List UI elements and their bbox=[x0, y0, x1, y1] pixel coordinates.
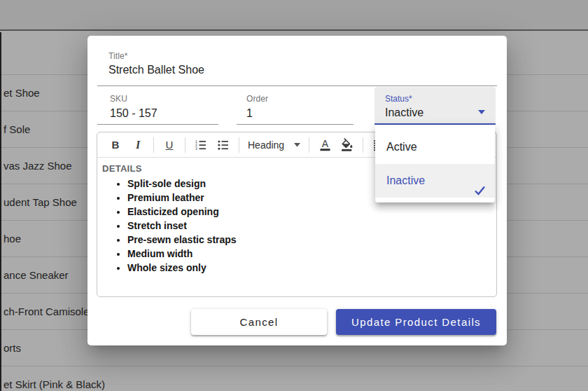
toolbar-divider bbox=[153, 137, 154, 153]
cancel-button[interactable]: Cancel bbox=[191, 309, 327, 335]
toolbar-divider bbox=[363, 137, 363, 153]
font-color-button[interactable]: A bbox=[316, 135, 334, 155]
heading-style-label: Heading bbox=[248, 139, 284, 151]
edit-product-dialog: Title* Stretch Ballet Shoe SKU 150 - 157… bbox=[88, 36, 507, 345]
status-option-label: Active bbox=[386, 141, 417, 153]
screen: et Shoe f Sole vas Jazz Shoe udent Tap S… bbox=[0, 0, 588, 391]
detail-bullet-item: Medium width bbox=[127, 247, 491, 261]
status-option-label: Inactive bbox=[386, 174, 425, 186]
order-input[interactable]: 1 bbox=[246, 107, 253, 120]
title-field-label: Title* bbox=[108, 51, 128, 61]
detail-bullet-item: Whole sizes only bbox=[127, 261, 491, 275]
status-field-label: Status* bbox=[385, 94, 412, 104]
ordered-list-icon: 1 2 3 bbox=[195, 139, 207, 151]
status-option[interactable]: Inactive bbox=[375, 164, 495, 198]
order-field-label: Order bbox=[246, 94, 268, 104]
toolbar-divider bbox=[185, 137, 186, 153]
ordered-list-button[interactable]: 1 2 3 bbox=[192, 135, 210, 155]
bullet-list-icon bbox=[217, 139, 230, 151]
detail-bullet-item: Elasticized opening bbox=[127, 205, 491, 219]
update-product-details-button[interactable]: Update Product Details bbox=[336, 309, 496, 335]
title-input[interactable]: Stretch Ballet Shoe bbox=[108, 64, 204, 76]
fill-color-icon bbox=[340, 138, 354, 151]
font-color-icon: A bbox=[318, 138, 332, 151]
fill-color-button[interactable] bbox=[338, 135, 356, 155]
heading-style-select[interactable]: Heading bbox=[244, 139, 304, 151]
status-selected-value: Inactive bbox=[385, 107, 424, 119]
status-option[interactable]: Active bbox=[375, 130, 495, 164]
check-icon bbox=[474, 175, 486, 209]
sku-field-label: SKU bbox=[110, 94, 127, 104]
bold-button[interactable]: B bbox=[106, 135, 125, 155]
svg-text:A: A bbox=[321, 138, 328, 149]
svg-text:3: 3 bbox=[195, 146, 197, 151]
underline-button[interactable]: U bbox=[160, 135, 178, 155]
title-field-underline bbox=[97, 85, 497, 86]
toolbar-divider bbox=[239, 137, 239, 153]
sku-field-underline bbox=[97, 124, 218, 125]
detail-bullet-item: Stretch inset bbox=[127, 219, 491, 233]
bullet-list-button[interactable] bbox=[214, 135, 232, 155]
detail-bullet-item: Pre-sewn elastic straps bbox=[127, 233, 491, 247]
italic-button[interactable]: I bbox=[129, 135, 147, 155]
status-dropdown-menu: Active Inactive bbox=[375, 125, 495, 203]
order-field-underline bbox=[237, 124, 354, 125]
status-select[interactable]: Status* Inactive bbox=[374, 87, 496, 125]
chevron-down-icon bbox=[294, 143, 300, 147]
sku-input[interactable]: 150 - 157 bbox=[110, 107, 158, 120]
toolbar-divider bbox=[309, 137, 309, 153]
chevron-down-icon bbox=[478, 110, 485, 114]
